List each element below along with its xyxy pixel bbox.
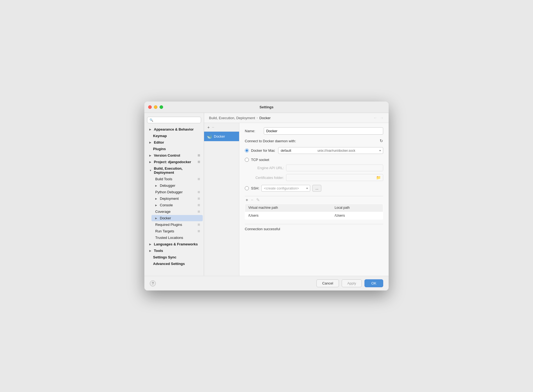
breadcrumb-separator: › xyxy=(257,116,258,120)
cert-input-wrapper: 📁 xyxy=(286,174,383,181)
close-button[interactable] xyxy=(148,105,152,109)
name-label: Name: xyxy=(245,129,261,133)
engine-api-label: Engine API URL: xyxy=(251,166,284,170)
sidebar-item-label: Python Debugger xyxy=(155,190,183,194)
sidebar-item-label: Required Plugins xyxy=(155,223,182,227)
sidebar-item-tools[interactable]: ▶ Tools xyxy=(145,248,203,254)
ssh-more-button[interactable]: ... xyxy=(312,185,321,192)
breadcrumb-parent: Build, Execution, Deployment xyxy=(209,116,255,120)
search-input[interactable] xyxy=(155,118,199,122)
sidebar-item-keymap[interactable]: Keymap xyxy=(145,133,203,139)
sidebar-item-advanced-settings[interactable]: Advanced Settings xyxy=(145,261,203,267)
refresh-button[interactable]: ↻ xyxy=(380,138,383,143)
docker-mac-select[interactable]: default unix:///var/run/docker.sock ▾ xyxy=(278,147,383,154)
sidebar-item-python-debugger[interactable]: Python Debugger ⊞ xyxy=(151,189,203,195)
help-button[interactable]: ? xyxy=(150,280,156,286)
connection-status: Connection successful xyxy=(245,224,383,234)
sidebar-item-console[interactable]: ▶ Console ⊞ xyxy=(151,202,203,208)
daemon-row: Connect to Docker daemon with: ↻ xyxy=(245,138,383,143)
sidebar-item-label: Build Tools xyxy=(155,177,172,181)
ssh-label[interactable]: SSH: xyxy=(251,186,259,190)
chevron-down-icon: ▼ xyxy=(149,169,152,172)
engine-row: Engine API URL: xyxy=(251,165,383,171)
sidebar-item-appearance[interactable]: ▶ Appearance & Behavior xyxy=(145,126,203,132)
ssh-select[interactable]: <create configuration> ▾ xyxy=(261,185,310,192)
nav-arrows: ← → xyxy=(373,116,384,120)
docker-mac-radio-row: Docker for Mac default unix:///var/run/d… xyxy=(245,147,383,154)
sidebar-item-label: Run Targets xyxy=(155,229,174,233)
chevron-right-icon: ▶ xyxy=(155,197,158,200)
ssh-radio[interactable] xyxy=(245,186,249,190)
chevron-right-icon: ▶ xyxy=(149,243,152,246)
docker-list-item[interactable]: 🐋 Docker xyxy=(204,132,239,141)
docker-mac-label[interactable]: Docker for Mac xyxy=(251,148,275,153)
sidebar-item-docker[interactable]: ▶ Docker xyxy=(151,215,203,221)
chevron-right-icon: ▶ xyxy=(155,204,158,207)
breadcrumb-current: Docker xyxy=(259,116,271,120)
sidebar-item-project[interactable]: ▶ Project: djangodocker ⊞ xyxy=(145,159,203,165)
search-wrapper[interactable]: 🔍 xyxy=(147,117,201,123)
deployment-icon: ⊞ xyxy=(198,197,200,200)
project-icon: ⊞ xyxy=(198,160,200,164)
path-table-body: /Users /Users xyxy=(245,211,383,220)
name-input[interactable] xyxy=(264,127,383,135)
back-arrow-icon[interactable]: ← xyxy=(373,116,377,120)
tcp-label[interactable]: TCP socket xyxy=(251,158,269,162)
apply-button[interactable]: Apply xyxy=(342,279,362,287)
chevron-right-icon: ▶ xyxy=(149,154,152,157)
search-bar: 🔍 xyxy=(144,115,204,126)
path-table-toolbar: + − ✎ xyxy=(245,196,383,204)
docker-select-default: default xyxy=(281,148,291,153)
table-row[interactable]: /Users /Users xyxy=(245,211,383,220)
sidebar-item-label: Console xyxy=(160,203,173,207)
sidebar-item-label: Keymap xyxy=(153,134,167,138)
sidebar-item-coverage[interactable]: Coverage ⊞ xyxy=(151,208,203,215)
sidebar-item-deployment[interactable]: ▶ Deployment ⊞ xyxy=(151,195,203,202)
docker-whale-icon: 🐋 xyxy=(207,134,212,139)
add-path-button[interactable]: + xyxy=(245,198,249,202)
sidebar-item-version-control[interactable]: ▶ Version Control ⊞ xyxy=(145,152,203,159)
sidebar-item-required-plugins[interactable]: Required Plugins ⊞ xyxy=(151,222,203,228)
cancel-button[interactable]: Cancel xyxy=(316,279,339,287)
sidebar-item-label: Coverage xyxy=(155,210,170,214)
sidebar-item-build-tools[interactable]: Build Tools ⊞ xyxy=(151,176,203,182)
build-exec-children: Build Tools ⊞ ▶ Debugger Python Debugger… xyxy=(144,176,204,241)
sidebar-item-trusted-locations[interactable]: Trusted Locations xyxy=(151,235,203,241)
tcp-radio[interactable] xyxy=(245,158,249,162)
sidebar-item-languages[interactable]: ▶ Languages & Frameworks xyxy=(145,241,203,247)
docker-select-socket: unix:///var/run/docker.sock xyxy=(318,149,355,153)
traffic-lights xyxy=(148,105,163,109)
sidebar-item-label: Tools xyxy=(154,249,163,253)
right-panel: Build, Execution, Deployment › Docker ← … xyxy=(204,113,389,276)
footer: ? Cancel Apply OK xyxy=(144,276,389,290)
content-area: + − 🐋 Docker Name: xyxy=(204,123,389,276)
path-table: Virtual machine path Local path /Users /… xyxy=(245,204,383,220)
chevron-down-icon: ▾ xyxy=(306,187,308,190)
docker-mac-radio[interactable] xyxy=(245,148,249,153)
titlebar: Settings xyxy=(144,102,389,113)
tcp-radio-row: TCP socket xyxy=(245,158,383,162)
forward-arrow-icon[interactable]: → xyxy=(380,116,384,120)
vm-path-cell: /Users xyxy=(245,211,332,220)
sidebar-item-plugins[interactable]: Plugins xyxy=(145,146,203,152)
sidebar-item-settings-sync[interactable]: Settings Sync xyxy=(145,254,203,260)
minimize-button[interactable] xyxy=(154,105,157,109)
sidebar-item-label: Docker xyxy=(160,216,171,220)
ssh-radio-row: SSH: <create configuration> ▾ ... xyxy=(245,185,383,192)
chevron-right-icon: ▶ xyxy=(155,184,158,187)
daemon-label: Connect to Docker daemon with: xyxy=(245,139,296,143)
sidebar-item-run-targets[interactable]: Run Targets ⊞ xyxy=(151,228,203,234)
add-docker-button[interactable]: + xyxy=(207,125,210,129)
ok-button[interactable]: OK xyxy=(364,279,383,287)
sidebar-item-build-exec[interactable]: ▼ Build, Execution, Deployment xyxy=(145,165,203,176)
sidebar-item-debugger[interactable]: ▶ Debugger xyxy=(151,182,203,189)
remove-docker-button[interactable]: − xyxy=(211,125,215,129)
chevron-right-icon: ▶ xyxy=(149,161,152,163)
settings-window: Settings 🔍 ▶ Appearance & Behavior Keyma… xyxy=(144,102,389,290)
maximize-button[interactable] xyxy=(160,105,163,109)
chevron-right-icon: ▶ xyxy=(155,217,158,220)
sidebar-item-label: Version Control xyxy=(154,153,180,157)
run-targets-icon: ⊞ xyxy=(198,229,200,233)
sidebar-item-editor[interactable]: ▶ Editor xyxy=(145,139,203,146)
sidebar-item-label: Deployment xyxy=(160,197,179,201)
